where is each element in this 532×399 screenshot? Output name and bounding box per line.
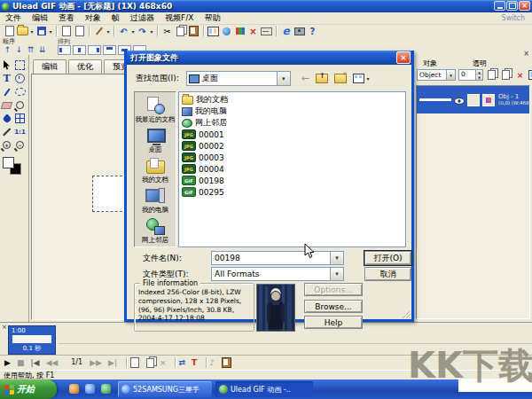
transparency-spinner[interactable]: 0 ▲▼ [458, 69, 483, 81]
mail-icon[interactable] [260, 25, 273, 37]
copy-object-icon[interactable] [500, 69, 512, 81]
time-tool-icon[interactable] [13, 72, 27, 85]
open-button[interactable]: 打开(O) [364, 251, 411, 265]
capture-icon[interactable] [293, 25, 306, 37]
add-frame-icon[interactable] [129, 357, 141, 368]
align-right-icon[interactable] [88, 45, 101, 55]
file-item[interactable]: JPG00002 [180, 140, 405, 152]
canvas-selection[interactable] [92, 176, 127, 212]
export-icon[interactable] [221, 357, 232, 368]
fill-tool-icon[interactable] [0, 112, 13, 125]
file-item[interactable]: GIF00295 [180, 186, 405, 198]
menu-help[interactable]: 帮助 [199, 12, 225, 24]
save-dropdown-icon[interactable]: ▾ [48, 28, 53, 35]
object-panel-close-icon[interactable]: × [523, 51, 529, 58]
new-file-icon[interactable] [3, 25, 16, 37]
move-to-front-icon[interactable]: ⇈ [26, 45, 35, 54]
place-network[interactable]: 网上邻居 [135, 216, 176, 244]
brush-tool-icon[interactable] [0, 85, 13, 98]
quick-launch-icon-2[interactable] [85, 384, 95, 394]
up-one-level-icon[interactable] [316, 74, 328, 83]
object-color-swatch[interactable] [482, 94, 495, 106]
next-frame-icon[interactable]: ▶▶ [90, 359, 102, 367]
pick-object-tool-icon[interactable] [13, 59, 27, 72]
minimize-button[interactable] [494, 1, 505, 11]
object-row[interactable]: Obj - 1 (0,0) (W:468, H:60) [417, 86, 529, 113]
object-type-select[interactable]: Object ▾ [417, 69, 456, 81]
magnifier-tool-icon[interactable] [13, 98, 27, 112]
previous-frame-icon[interactable]: ◀◀ [45, 359, 58, 367]
tab-edit[interactable]: 编辑 [33, 59, 66, 74]
file-name-dropdown-icon[interactable]: ▾ [330, 252, 343, 264]
taskbar-task-ulead[interactable]: Ulead GIF 动画 -.. [215, 381, 313, 397]
redo-dropdown-icon[interactable]: ▾ [149, 28, 154, 35]
delete-frame-icon[interactable]: × [160, 359, 167, 367]
cancel-button[interactable]: 取消 [364, 267, 411, 281]
context-help-icon[interactable]: ? [306, 25, 319, 37]
menu-frame[interactable]: 帧 [106, 12, 125, 24]
file-item[interactable]: 网上邻居 [180, 117, 405, 129]
object-type-dropdown-icon[interactable]: ▾ [446, 70, 455, 80]
palette-icon[interactable] [233, 25, 246, 37]
move-to-back-icon[interactable]: ⇊ [37, 45, 47, 54]
timeline-close-icon[interactable]: × [2, 324, 7, 331]
restore-button[interactable] [506, 1, 518, 11]
file-type-select[interactable]: All Formats ▾ [211, 267, 344, 281]
globe-icon[interactable] [220, 25, 233, 37]
duplicate-object-icon[interactable] [486, 69, 497, 81]
quick-launch-icon-3[interactable] [101, 384, 111, 394]
look-in-select[interactable]: 桌面 ▾ [186, 71, 291, 86]
file-item[interactable]: JPG00001 [180, 129, 405, 140]
resize-grip[interactable] [403, 310, 411, 318]
stop-icon[interactable]: ■ [17, 359, 25, 367]
object-mask-swatch[interactable] [467, 94, 480, 106]
tab-optimize[interactable]: 优化 [68, 59, 102, 74]
zoom-out-tool-icon[interactable]: − [13, 138, 27, 152]
dialog-close-button[interactable]: × [396, 51, 411, 64]
zoom-in-tool-icon[interactable]: + [0, 138, 13, 152]
menu-view[interactable]: 查看 [53, 12, 80, 24]
sound-icon[interactable]: ♪ [209, 359, 215, 367]
paste-icon[interactable] [187, 25, 200, 37]
frame-pane-icon[interactable] [207, 25, 220, 37]
move-down-icon[interactable]: ↓ [14, 45, 24, 54]
back-icon[interactable]: ← [301, 74, 309, 83]
line-tool-icon[interactable] [0, 125, 13, 138]
place-recent-documents[interactable]: 我最近的文档 [135, 96, 176, 123]
save-icon[interactable] [35, 25, 48, 37]
frame-1-cell[interactable]: 1:00 0.1 秒 [8, 325, 56, 355]
first-frame-icon[interactable]: |◀ [30, 359, 39, 367]
file-type-dropdown-icon[interactable]: ▾ [330, 268, 343, 280]
menu-object[interactable]: 对象 [80, 12, 106, 24]
visibility-eye-icon[interactable] [454, 91, 465, 108]
file-item[interactable]: GIF00198 [180, 175, 405, 186]
actual-size-tool-icon[interactable]: 1:1 [13, 125, 27, 138]
add-image-icon[interactable] [59, 25, 73, 37]
wand-tool-icon[interactable] [92, 25, 106, 37]
browse-button[interactable]: Browse... [304, 300, 363, 313]
move-up-icon[interactable]: ↑ [3, 45, 12, 54]
delete-icon[interactable]: × [246, 25, 260, 37]
view-menu-icon[interactable]: ▾ [353, 74, 371, 83]
spin-down-icon[interactable]: ▼ [475, 75, 482, 81]
wand-dropdown-icon[interactable]: ▾ [106, 28, 111, 35]
start-button[interactable]: 开始 [0, 379, 57, 399]
delete-object-icon[interactable]: × [514, 69, 526, 81]
file-item[interactable]: JPG00003 [180, 152, 405, 163]
tween-icon[interactable]: T [192, 359, 197, 367]
add-video-icon[interactable] [73, 25, 86, 37]
object-properties-icon[interactable] [528, 69, 532, 81]
eraser-tool-icon[interactable] [0, 98, 13, 112]
play-icon[interactable]: ▶ [4, 359, 11, 367]
new-folder-icon[interactable] [334, 74, 347, 83]
menu-filters[interactable]: 过滤器 [125, 12, 160, 24]
cut-icon[interactable]: ✂ [160, 25, 174, 37]
file-item[interactable]: 我的电脑 [180, 106, 405, 117]
undo-icon[interactable]: ↶ [117, 25, 130, 37]
menu-video-fx[interactable]: 视频F/X [160, 12, 199, 24]
align-top-icon[interactable] [103, 45, 116, 55]
taskbar-task-browser[interactable]: 52SAMSUNG三星手 [118, 381, 212, 397]
foreground-color-swatch[interactable] [3, 157, 14, 168]
close-button[interactable]: × [519, 1, 530, 11]
look-in-dropdown-icon[interactable]: ▾ [277, 72, 290, 85]
